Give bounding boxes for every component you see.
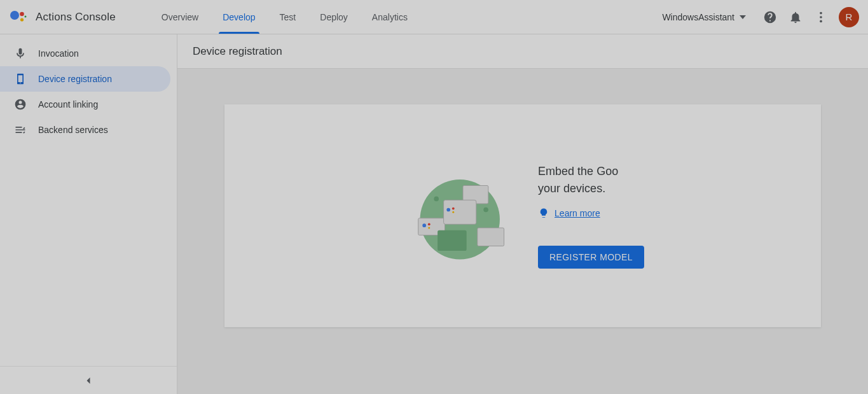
- settings-icon: [14, 123, 27, 136]
- main-area: Device registration: [177, 34, 868, 394]
- svg-point-19: [428, 223, 431, 225]
- svg-rect-10: [444, 200, 476, 224]
- card-text-group: Embed the Goo your devices. Learn more R…: [538, 163, 644, 269]
- project-dropdown[interactable]: WindowsAssistant: [662, 12, 746, 22]
- sidebar-item-device-registration[interactable]: Device registration: [0, 66, 170, 92]
- tab-develop[interactable]: Develop: [223, 0, 255, 34]
- sidebar-item-label: Invocation: [38, 48, 79, 59]
- account-icon: [14, 98, 27, 111]
- help-icon: [763, 10, 777, 24]
- svg-point-14: [483, 208, 488, 213]
- tab-analytics[interactable]: Analytics: [372, 0, 408, 34]
- tab-deploy[interactable]: Deploy: [320, 0, 348, 34]
- tab-test[interactable]: Test: [280, 0, 296, 34]
- tab-overview[interactable]: Overview: [162, 0, 198, 34]
- svg-point-17: [452, 211, 454, 213]
- sidebar-item-label: Device registration: [38, 74, 112, 84]
- svg-point-20: [428, 227, 430, 229]
- mic-icon: [14, 47, 27, 60]
- learn-more-row: Learn more: [538, 208, 644, 219]
- page-title: Device registration: [193, 45, 282, 58]
- device-icon: [14, 73, 27, 85]
- tab-label: Overview: [162, 12, 198, 22]
- svg-rect-11: [478, 228, 504, 246]
- svg-rect-12: [437, 230, 467, 251]
- svg-point-6: [820, 20, 822, 22]
- main-tabs: Overview Develop Test Deploy Analytics: [162, 0, 408, 34]
- sidebar-item-label: Account linking: [38, 99, 98, 109]
- app-title: Actions Console: [36, 11, 116, 24]
- learn-more-link[interactable]: Learn more: [555, 208, 600, 218]
- google-assistant-logo-icon: [9, 8, 27, 26]
- help-button[interactable]: [757, 4, 783, 30]
- svg-point-1: [20, 11, 24, 16]
- notifications-button[interactable]: [783, 4, 808, 30]
- card-body-text: Embed the Goo your devices.: [538, 163, 644, 197]
- caret-down-icon: [740, 15, 746, 19]
- top-bar: Actions Console Overview Develop Test De…: [0, 0, 868, 34]
- svg-point-13: [434, 197, 439, 202]
- sidebar-item-label: Backend services: [38, 125, 108, 135]
- overflow-menu-button[interactable]: [808, 4, 834, 30]
- chevron-left-icon: [82, 374, 95, 387]
- page-subheader: Device registration: [177, 34, 868, 69]
- tab-label: Test: [280, 12, 296, 22]
- project-name-label: WindowsAssistant: [662, 12, 734, 22]
- svg-point-5: [820, 16, 822, 18]
- svg-point-3: [25, 15, 27, 17]
- more-vert-icon: [814, 10, 828, 24]
- svg-point-0: [10, 11, 19, 20]
- svg-point-2: [20, 18, 24, 21]
- account-avatar[interactable]: R: [839, 7, 859, 27]
- tab-label: Analytics: [372, 12, 408, 22]
- sidebar-item-backend-services[interactable]: Backend services: [0, 117, 170, 143]
- avatar-initial: R: [846, 11, 853, 22]
- svg-point-16: [452, 208, 455, 210]
- svg-point-15: [446, 208, 450, 212]
- canvas: Embed the Goo your devices. Learn more R…: [177, 69, 868, 394]
- tab-label: Deploy: [320, 12, 348, 22]
- sidebar-item-account-linking[interactable]: Account linking: [0, 92, 170, 117]
- sidebar: Invocation Device registration Account l…: [0, 34, 177, 394]
- sidebar-collapse-button[interactable]: [0, 366, 177, 394]
- logo-group: Actions Console: [9, 8, 116, 26]
- tab-label: Develop: [223, 12, 255, 22]
- lightbulb-icon: [538, 208, 549, 219]
- svg-point-18: [422, 223, 426, 227]
- bell-icon: [789, 10, 803, 24]
- svg-point-4: [820, 11, 822, 14]
- devices-illustration-icon: [401, 167, 513, 264]
- register-model-button[interactable]: REGISTER MODEL: [538, 246, 644, 269]
- sidebar-item-invocation[interactable]: Invocation: [0, 41, 170, 66]
- device-registration-card: Embed the Goo your devices. Learn more R…: [224, 104, 821, 327]
